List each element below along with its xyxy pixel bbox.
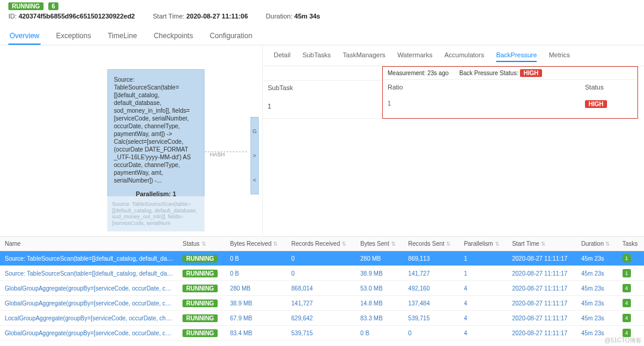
cell-value: 869,113 xyxy=(404,251,459,266)
col-status[interactable]: Status xyxy=(178,237,225,251)
cell-status: RUNNING xyxy=(178,281,225,296)
detail-pane: Detail SubTasks TaskManagers Watermarks … xyxy=(262,45,644,236)
cell-value: 45m 23s xyxy=(577,251,618,266)
cell-value: 0 B xyxy=(225,266,287,281)
cell-name: GlobalGroupAggregate(groupBy=[serviceCod… xyxy=(0,326,178,341)
job-id: 420374f5b6855d96c651501230922ed2 xyxy=(18,13,135,20)
cell-value: 280 MB xyxy=(355,251,403,266)
cell-name: LocalGroupAggregate(groupBy=[serviceCode… xyxy=(0,311,178,326)
cell-value: 2020-08-27 11:11:17 xyxy=(507,311,577,326)
node-text: Source: TableSourceScan(table=[[default_… xyxy=(114,76,198,184)
cell-value: 83.4 MB xyxy=(225,326,287,341)
bp-row-status-badge: HIGH xyxy=(585,100,607,108)
bp-ratio-cell: 1 xyxy=(388,100,585,108)
table-row[interactable]: Source: TableSourceScan(table=[[default_… xyxy=(0,266,644,281)
cell-name: Source: TableSourceScan(table=[[default_… xyxy=(0,266,178,281)
col-records-received[interactable]: Records Received xyxy=(287,237,356,251)
start-label: Start Time: xyxy=(153,13,184,20)
status-badge: RUNNING xyxy=(8,2,44,10)
cell-status: RUNNING xyxy=(178,266,225,281)
subtab-detail[interactable]: Detail xyxy=(274,51,290,62)
cell-name: Source: TableSourceScan(table=[[default_… xyxy=(0,251,178,266)
cell-value: 83.3 MB xyxy=(355,311,403,326)
cell-tasks: 1 xyxy=(618,251,644,266)
cell-value: 280 MB xyxy=(225,281,287,296)
cell-value: 0 B xyxy=(225,251,287,266)
bp-status-label: Back Pressure Status: xyxy=(459,70,518,76)
graph-node-source[interactable]: Source: TableSourceScan(table=[[default_… xyxy=(107,69,205,205)
cell-name: GlobalGroupAggregate(groupBy=[serviceCod… xyxy=(0,296,178,311)
subtab-subtasks[interactable]: SubTasks xyxy=(302,51,331,62)
cell-value: 1 xyxy=(459,266,507,281)
tasks-badge: 1 xyxy=(623,269,631,277)
vertex-table: NameStatusBytes ReceivedRecords Received… xyxy=(0,236,644,341)
subtab-taskmanagers[interactable]: TaskManagers xyxy=(343,51,386,62)
duration: 45m 34s xyxy=(295,13,320,20)
cell-value: 137,484 xyxy=(404,296,459,311)
graph-pane[interactable]: Source: TableSourceScan(table=[[default_… xyxy=(0,45,262,236)
cell-tasks: 4 xyxy=(618,296,644,311)
cell-status: RUNNING xyxy=(178,326,225,341)
subtab-accumulators[interactable]: Accumulators xyxy=(444,51,484,62)
cell-value: 0 xyxy=(287,266,356,281)
cell-value: 492,160 xyxy=(404,281,459,296)
cell-value: 868,014 xyxy=(287,281,356,296)
cell-value: 67.9 MB xyxy=(225,311,287,326)
cell-value: 1 xyxy=(459,251,507,266)
status-badge: RUNNING xyxy=(182,270,218,277)
table-row[interactable]: GlobalGroupAggregate(groupBy=[serviceCod… xyxy=(0,296,644,311)
tasks-badge: 4 xyxy=(623,284,631,292)
bp-measurement: Measurement: 23s ago xyxy=(388,70,448,76)
table-row[interactable]: Source: TableSourceScan(table=[[default_… xyxy=(0,251,644,266)
bp-highlight-box: Measurement: 23s ago Back Pressure Statu… xyxy=(382,66,638,119)
cell-value: 539,715 xyxy=(287,326,356,341)
col-tasks[interactable]: Tasks xyxy=(618,237,644,251)
subtab-metrics[interactable]: Metrics xyxy=(549,51,569,62)
col-start-time[interactable]: Start Time xyxy=(507,237,577,251)
cell-value: 38.9 MB xyxy=(355,266,403,281)
status-badge: RUNNING xyxy=(182,285,218,292)
tab-timeline[interactable]: TimeLine xyxy=(107,28,138,45)
main-tabs: Overview Exceptions TimeLine Checkpoints… xyxy=(0,28,644,45)
table-row[interactable]: GlobalGroupAggregate(groupBy=[serviceCod… xyxy=(0,281,644,296)
tab-overview[interactable]: Overview xyxy=(8,28,41,45)
col-bytes-sent[interactable]: Bytes Sent xyxy=(355,237,403,251)
cell-value: 4 xyxy=(459,296,507,311)
col-bytes-received[interactable]: Bytes Received xyxy=(225,237,287,251)
header: RUNNING 6 ID: 420374f5b6855d96c651501230… xyxy=(0,0,644,28)
bp-subtask-header: SubTask xyxy=(263,81,382,95)
subtab-watermarks[interactable]: Watermarks xyxy=(397,51,432,62)
cell-value: 14.8 MB xyxy=(355,296,403,311)
col-records-sent[interactable]: Records Sent xyxy=(404,237,459,251)
col-duration[interactable]: Duration xyxy=(577,237,618,251)
cell-status: RUNNING xyxy=(178,311,225,326)
edge-label: HASH xyxy=(210,152,225,157)
cell-value: 2020-08-27 11:11:17 xyxy=(507,296,577,311)
cell-value: 2020-08-27 11:11:17 xyxy=(507,326,577,341)
bp-status-badge: HIGH xyxy=(520,69,542,77)
cell-value: 141,727 xyxy=(404,266,459,281)
cell-value: 539,715 xyxy=(404,311,459,326)
tasks-badge: 4 xyxy=(623,314,631,322)
tab-checkpoints[interactable]: Checkpoints xyxy=(153,28,194,45)
subtab-backpressure[interactable]: BackPressure xyxy=(496,51,537,62)
id-label: ID: xyxy=(8,13,17,20)
status-badge: RUNNING xyxy=(182,329,218,337)
cell-value: 629,642 xyxy=(287,311,356,326)
graph-node-peek[interactable]: G>< xyxy=(250,117,259,194)
cell-value: 0 xyxy=(404,326,459,341)
cell-value: 2020-08-27 11:11:17 xyxy=(507,266,577,281)
table-row[interactable]: GlobalGroupAggregate(groupBy=[serviceCod… xyxy=(0,326,644,341)
bp-subtask-cell: 1 xyxy=(263,95,382,118)
tab-configuration[interactable]: Configuration xyxy=(209,28,253,45)
cell-value: 4 xyxy=(459,281,507,296)
tab-exceptions[interactable]: Exceptions xyxy=(55,28,92,45)
tasks-badge: 1 xyxy=(623,254,631,262)
table-row[interactable]: LocalGroupAggregate(groupBy=[serviceCode… xyxy=(0,311,644,326)
col-name[interactable]: Name xyxy=(0,237,178,251)
sub-tabs: Detail SubTasks TaskManagers Watermarks … xyxy=(263,45,644,66)
cell-value: 45m 23s xyxy=(577,296,618,311)
cell-value: 2020-08-27 11:11:17 xyxy=(507,281,577,296)
col-parallelism[interactable]: Parallelism xyxy=(459,237,507,251)
graph-node-faded[interactable]: Source: TableSourceScan(table=[[default_… xyxy=(107,196,205,231)
